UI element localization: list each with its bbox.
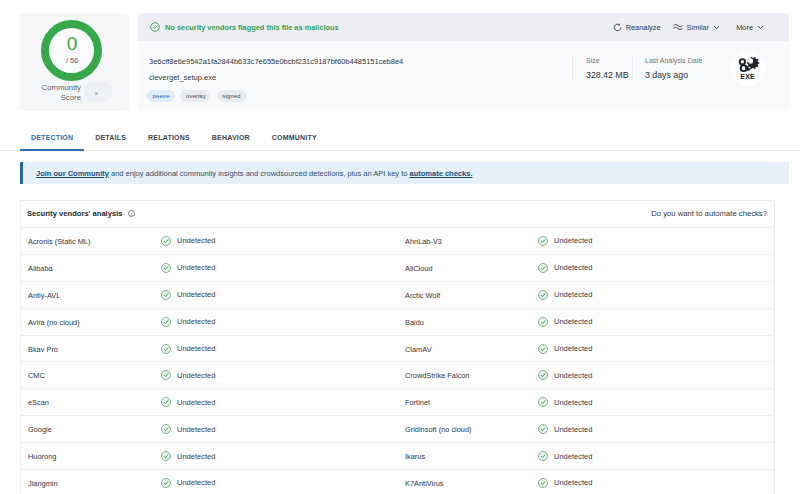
svg-text:EXE: EXE: [740, 73, 755, 80]
